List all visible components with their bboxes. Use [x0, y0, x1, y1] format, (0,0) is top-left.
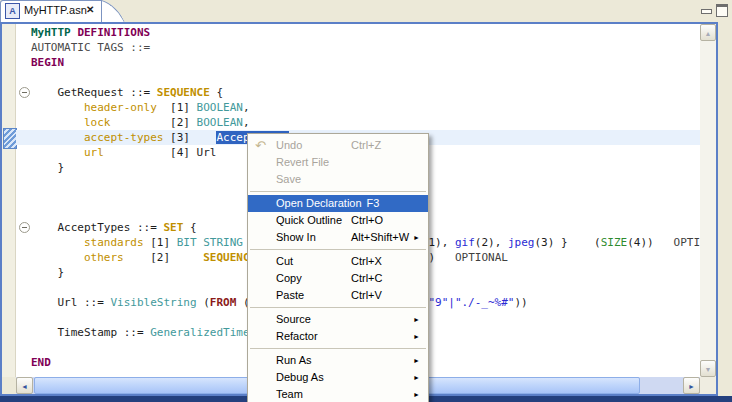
menu-item-label: Team — [276, 388, 303, 400]
vertical-scrollbar[interactable]: ▲ ▼ — [700, 24, 716, 377]
menu-separator — [248, 304, 428, 311]
submenu-arrow-icon: ► — [413, 229, 420, 246]
menu-item-shortcut: Ctrl+Z — [351, 137, 381, 154]
menu-item-copy[interactable]: CopyCtrl+C — [248, 270, 428, 287]
code-line: url [4] Url — [31, 145, 216, 160]
code-line: AcceptTypes ::= SET { — [31, 220, 197, 235]
code-token: others — [84, 251, 124, 264]
code-token — [31, 101, 84, 114]
code-token: , — [243, 101, 250, 114]
code-token: standards — [84, 236, 144, 249]
code-token: { — [210, 86, 223, 99]
code-token: VisibleString — [110, 296, 196, 309]
annotation-ruler — [2, 24, 16, 377]
menu-item-paste[interactable]: PasteCtrl+V — [248, 287, 428, 304]
code-token — [31, 146, 84, 159]
undo-icon: ↶ — [255, 137, 266, 154]
code-line: GetRequest ::= SEQUENCE { — [31, 85, 223, 100]
submenu-arrow-icon: ► — [413, 369, 420, 386]
code-token: SIZE — [601, 236, 628, 249]
menu-item-revert-file[interactable]: Revert File — [248, 154, 428, 171]
menu-item-debug-as[interactable]: Debug As► — [248, 369, 428, 386]
menu-item-label: Show In — [276, 231, 316, 243]
menu-item-shortcut: Ctrl+X — [351, 253, 382, 270]
code-token: jpeg — [508, 236, 535, 249]
menu-item-show-in[interactable]: Show InAlt+Shift+W► — [248, 229, 428, 246]
code-token: (2), — [475, 236, 508, 249]
menu-item-quick-outline[interactable]: Quick OutlineCtrl+O — [248, 212, 428, 229]
menu-item-cut[interactable]: CutCtrl+X — [248, 253, 428, 270]
code-token: gif — [455, 236, 475, 249]
scroll-down-icon: ▼ — [701, 361, 715, 378]
scroll-right-button[interactable]: ► — [683, 377, 700, 394]
menu-item-label: Quick Outline — [276, 214, 342, 226]
code-token: OPTIONAL — [455, 251, 508, 264]
submenu-arrow-icon: ► — [413, 352, 420, 369]
scroll-down-button[interactable]: ▼ — [700, 360, 716, 377]
code-line: } — [31, 265, 64, 280]
menu-item-label: Revert File — [276, 156, 329, 168]
code-line: AUTOMATIC TAGS ::= — [31, 40, 150, 55]
menu-item-label: Debug As — [276, 371, 324, 383]
code-token: DEFINITIONS — [77, 26, 150, 39]
menu-item-team[interactable]: Team► — [248, 386, 428, 402]
minimize-icon[interactable] — [701, 9, 712, 14]
code-token: , — [243, 116, 250, 129]
menu-item-shortcut: Alt+Shift+W — [351, 229, 409, 246]
asn-file-icon: A — [5, 3, 20, 19]
code-token: [1] — [157, 101, 197, 114]
menu-item-label: Undo — [276, 139, 302, 151]
code-token: } — [31, 266, 64, 279]
code-token: BOOLEAN — [197, 101, 243, 114]
submenu-arrow-icon: ► — [413, 386, 420, 402]
fold-collapse-icon[interactable] — [19, 87, 30, 98]
code-token: TimeStamp ::= — [31, 326, 150, 339]
code-token: url — [84, 146, 104, 159]
menu-item-source[interactable]: Source► — [248, 311, 428, 328]
editor-tab-bar: A MyHTTP.asn ✕ — [0, 0, 732, 22]
menu-item-save[interactable]: Save — [248, 171, 428, 188]
menu-item-label: Cut — [276, 255, 293, 267]
close-icon[interactable]: ✕ — [86, 4, 94, 15]
code-token: [4] — [104, 146, 197, 159]
maximize-icon[interactable] — [716, 4, 728, 17]
code-token: (3) } ( — [534, 236, 600, 249]
menu-item-label: Save — [276, 173, 301, 185]
occurrence-marker — [3, 128, 17, 149]
menu-item-undo[interactable]: ↶UndoCtrl+Z — [248, 137, 428, 154]
menu-item-shortcut: Ctrl+O — [351, 212, 383, 229]
menu-separator — [248, 345, 428, 352]
code-token: MyHTTP — [31, 26, 71, 39]
menu-item-label: Paste — [276, 289, 304, 301]
code-line: lock [2] BOOLEAN, — [31, 115, 250, 130]
submenu-arrow-icon: ► — [413, 311, 420, 328]
code-token: OPTIONAL — [674, 236, 700, 249]
code-token: )) — [514, 296, 527, 309]
code-token: BIT STRING — [177, 236, 243, 249]
window-right-margin — [718, 22, 732, 396]
scrollbar-corner-right — [700, 377, 716, 394]
menu-item-open-declaration[interactable]: Open DeclarationF3 — [248, 195, 428, 212]
code-token: AcceptTypes ::= — [31, 221, 163, 234]
menu-item-run-as[interactable]: Run As► — [248, 352, 428, 369]
menu-item-refactor[interactable]: Refactor► — [248, 328, 428, 345]
menu-item-label: Refactor — [276, 330, 318, 342]
scroll-left-button[interactable]: ◄ — [16, 377, 33, 394]
code-token: header-only — [84, 101, 157, 114]
code-line: TimeStamp ::= GeneralizedTime — [31, 325, 250, 340]
code-token: AUTOMATIC TAGS ::= — [31, 41, 150, 54]
code-token: Url ::= — [31, 296, 110, 309]
code-token — [31, 236, 84, 249]
code-token — [31, 251, 84, 264]
code-token: [2] — [110, 116, 196, 129]
code-token: BEGIN — [31, 56, 64, 69]
tab-title: MyHTTP.asn — [24, 4, 87, 16]
code-token: GeneralizedTime — [150, 326, 249, 339]
scroll-up-button[interactable]: ▲ — [700, 24, 716, 41]
code-line: header-only [1] BOOLEAN, — [31, 100, 250, 115]
code-line: BEGIN — [31, 55, 64, 70]
fold-collapse-icon[interactable] — [19, 222, 30, 233]
scroll-right-icon: ► — [684, 378, 699, 395]
code-token: BOOLEAN — [197, 116, 243, 129]
code-token: ( — [197, 296, 210, 309]
